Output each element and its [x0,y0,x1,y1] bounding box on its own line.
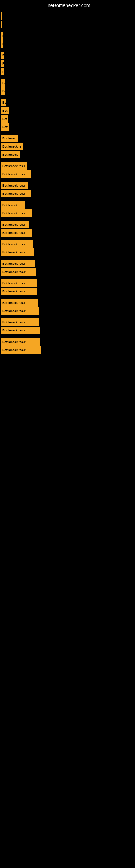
bar: Bottleneck result [1,327,40,334]
bar-item: Bottleneck result [1,327,135,334]
bar-label: Bottleneck re [2,204,21,207]
bar-label: Bo [2,101,6,104]
bar: Bottleneck result [1,260,35,268]
bar-item: F [1,60,135,67]
bar-item: Bottleneck result [1,299,135,307]
bar: Bottleneck result [1,287,37,295]
bar-label: B [2,82,5,85]
bar: Bottleneck resu [1,221,29,228]
bar-label: Bottleneck [2,153,17,156]
bar-label: Bott [2,109,8,112]
bar-item: Bottleneck result [1,170,135,178]
bar-item: F [1,40,135,48]
bar: Bott [1,123,9,131]
bar: Bottleneck result [1,190,31,197]
bar-item: B [1,52,135,59]
bar-label: Bottleneck result [2,340,27,343]
bar-label: F [2,42,3,45]
bar-item: Bottleneck result [1,307,135,315]
bar: Bottleneck result [1,240,33,248]
bar-label: Bottleneck result [2,321,27,324]
bar: F [1,40,3,48]
bar-item: F [1,32,135,40]
bar: Bottleneck result [1,209,32,217]
bar: Bottleneck result [1,248,34,256]
bar-item: Bottleneck result [1,268,135,276]
bar-label: Bottleneck result [2,262,27,265]
bar: Bottleneck [1,151,20,158]
bar: Bottleneck result [1,279,37,287]
bar: Bo [1,99,6,106]
bar-item: B [1,87,135,95]
bar: B [1,87,5,95]
bar-item: Bottleneck result [1,338,135,346]
bar-label: Bottleneck result [2,301,27,304]
bar-label: F [2,34,3,37]
bar-item: Bottleneck resu [1,162,135,170]
bar: Bottleneck result [1,229,32,237]
bar-item: Bott [1,123,135,131]
bar-label: Bottleneck result [2,282,27,285]
bar-label: Bot [2,117,7,120]
bar-label: Bottlenec [2,137,16,140]
bar: Bottleneck result [1,299,38,307]
bar-item: Bottleneck result [1,209,135,217]
bar: Bottleneck resu [1,162,27,170]
bar-label: Bottleneck result [2,309,27,312]
bar [1,12,2,20]
bar [1,21,2,28]
bar-item: Bottleneck result [1,248,135,256]
bar: F [1,32,3,40]
bar-label: Bottleneck result [2,212,27,215]
bar-item: Bottleneck re [1,143,135,150]
bar-label: F [2,62,3,65]
bar-item: Bottleneck result [1,190,135,197]
bar-label: Bottleneck result [2,231,27,235]
bar: Bottleneck resu [1,182,28,189]
bar-label: Bottleneck result [2,329,27,332]
bar-label: Bottleneck resu [2,184,25,187]
bar: F [1,60,3,67]
bar: B [1,79,5,87]
bar: Bottleneck re [1,201,25,209]
bar-label: Bottleneck resu [2,164,25,167]
bar-label: Bottleneck result [2,173,27,176]
bar: Bottleneck result [1,346,41,354]
bar-item [1,12,135,20]
site-title: TheBottlenecker.com [0,0,135,10]
bar-label: Bottleneck result [2,251,27,254]
bar: B [1,52,3,59]
bar-label: F [2,70,3,73]
bar-item: Bottleneck result [1,240,135,248]
bar-item: Bot [1,115,135,123]
bar-item: Bottleneck result [1,260,135,268]
bar-item: Bottleneck result [1,279,135,287]
bar: Bottleneck result [1,338,40,346]
bar-item: Bottleneck resu [1,221,135,228]
bar-label: Bottleneck resu [2,223,25,226]
bar: Bottleneck result [1,268,36,276]
bar-label: Bottleneck result [2,192,27,195]
bar-item: Bottleneck resu [1,182,135,189]
bar-item: Bottleneck re [1,201,135,209]
bar-item: Bo [1,99,135,106]
bar-label: B [2,90,5,93]
bar-item: Bottleneck result [1,318,135,326]
bar-label: Bottleneck result [2,243,27,246]
bar-item: Bott [1,107,135,115]
bar-label: Bottleneck result [2,348,27,351]
bar: Bot [1,115,8,123]
bar-label: Bott [2,125,8,129]
bar-item: Bottleneck result [1,229,135,237]
bar-label: Bottleneck re [2,145,21,148]
bar-item: Bottleneck result [1,346,135,354]
bar-item: Bottlenec [1,134,135,142]
bar-label: B [2,54,3,57]
bar-item: Bottleneck [1,151,135,158]
bar: Bott [1,107,9,115]
bar: F [1,68,3,75]
bar-label: Bottleneck result [2,270,27,273]
bar: Bottleneck result [1,307,39,315]
bar-label: Bottleneck result [2,290,27,293]
bar: Bottleneck result [1,170,31,178]
